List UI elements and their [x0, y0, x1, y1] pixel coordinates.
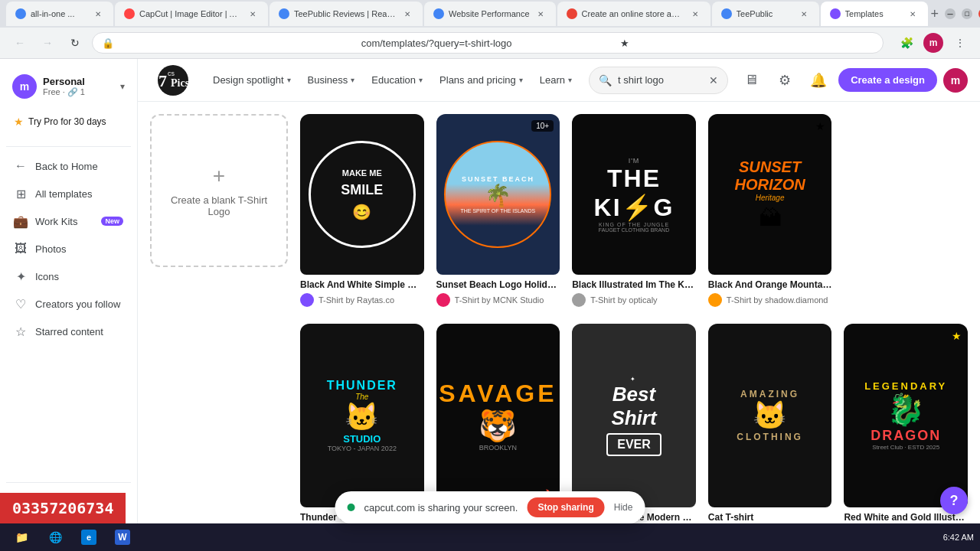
search-bar[interactable]: 🔍 t shirt logo ✕	[589, 67, 728, 94]
sidebar-item-back-home[interactable]: ← Back to Home	[6, 153, 131, 179]
monitor-icon-button[interactable]: 🖥	[737, 67, 765, 94]
try-pro-label: Try Pro for 30 days	[28, 116, 106, 127]
taskbar-item-word[interactable]: W	[107, 527, 138, 548]
sidebar-item-all-templates[interactable]: ⊞ All templates	[6, 181, 131, 207]
search-icon: 🔍	[599, 74, 612, 86]
browser-tab-2[interactable]: CapCut | Image Editor | All... ✕	[115, 2, 268, 26]
templates-icon: ⊞	[14, 187, 28, 201]
card-title: Sunset Beach Logo Holiday T-Shirt	[436, 279, 560, 290]
browser-tab-7[interactable]: Templates ✕	[821, 2, 928, 26]
plus-icon: +	[213, 164, 225, 188]
nav-link-learn[interactable]: Learn ▾	[532, 70, 580, 90]
divider	[6, 482, 131, 483]
card-info: Black And White Simple Make Me S... T-Sh…	[300, 275, 424, 311]
taskbar-item-file-explorer[interactable]: 📁	[6, 527, 37, 548]
tab-close-icon[interactable]: ✕	[401, 8, 413, 20]
sidebar-item-photos[interactable]: 🖼 Photos	[6, 236, 131, 262]
nav-link-label: Plans and pricing	[439, 74, 516, 86]
template-card-im-the-king[interactable]: I'M THE KI⚡G KING OF THE JUNGLE FAUGET C…	[572, 114, 696, 311]
lock-icon: 🔒	[102, 37, 355, 49]
taskbar-item-edge[interactable]: e	[74, 527, 104, 548]
sidebar-item-label: Photos	[35, 243, 123, 255]
clear-search-icon[interactable]: ✕	[709, 74, 718, 86]
card-info: Black And Orange Mountain Illustrat... T…	[708, 275, 832, 311]
browser-tab-3[interactable]: TeePublic Reviews | Read Cust... ✕	[270, 2, 423, 26]
template-card-black-white-smile[interactable]: MAKE ME SMILE 😊 Black And White Simple M…	[300, 114, 424, 311]
template-card-cat-tshirt[interactable]: AMAZING 🐱 CLOTHING Cat T-shirt T-Shirt b…	[708, 324, 832, 544]
template-card-sunset-beach[interactable]: SUNSET BEACH 🌴 THE SPIRIT OF THE ISLANDS…	[436, 114, 560, 311]
creator-avatar	[708, 293, 722, 307]
chevron-down-icon: ▾	[120, 81, 125, 92]
tab-close-icon[interactable]: ✕	[689, 8, 701, 20]
create-blank-label: Create a blank T-Shirt Logo	[152, 194, 286, 217]
nav-link-design-spotlight[interactable]: Design spotlight ▾	[205, 70, 299, 90]
card-title: Black And Orange Mountain Illustrat...	[708, 279, 832, 290]
card-info: Black Illustrated Im The King T-shirt T-…	[572, 275, 696, 311]
browser-tab-1[interactable]: all-in-one ... ✕	[6, 2, 113, 26]
chevron-down-icon: ▾	[351, 76, 354, 84]
tab-bar: all-in-one ... ✕ CapCut | Image Editor |…	[0, 0, 980, 28]
forward-button[interactable]: →	[37, 32, 58, 54]
new-badge: New	[101, 217, 123, 226]
card-title: Black Illustrated Im The King T-shirt	[572, 279, 696, 290]
svg-text:cs: cs	[168, 70, 175, 77]
maximize-button[interactable]: □	[962, 8, 972, 19]
taskbar-item-chrome[interactable]: 🌐	[40, 527, 70, 548]
nav-link-business[interactable]: Business ▾	[300, 70, 363, 90]
settings-button[interactable]: ⋮	[949, 32, 971, 54]
browser-chrome: all-in-one ... ✕ CapCut | Image Editor |…	[0, 0, 980, 59]
taskbar: 📁 🌐 e W 6:42 AM	[0, 523, 980, 551]
extensions-button[interactable]: 🧩	[896, 32, 917, 54]
create-blank-card[interactable]: + Create a blank T-Shirt Logo	[150, 114, 288, 267]
word-icon: W	[115, 530, 130, 545]
user-avatar[interactable]: m	[943, 68, 968, 93]
chevron-down-icon: ▾	[519, 76, 523, 84]
sidebar-item-label: Back to Home	[35, 161, 123, 172]
sidebar-item-starred[interactable]: ☆ Starred content	[6, 318, 131, 344]
sidebar-item-label: All templates	[35, 188, 123, 200]
profile-button[interactable]: m	[923, 33, 943, 53]
creator-avatar	[572, 293, 586, 307]
taskbar-time: 6:42 AM	[943, 533, 974, 542]
try-pro-button[interactable]: ★ Try Pro for 30 days	[6, 109, 131, 134]
screen-share-message: capcut.com is sharing your screen.	[364, 502, 518, 514]
help-button[interactable]: ?	[940, 487, 968, 514]
browser-tab-5[interactable]: Create an online store and sel... ✕	[557, 2, 710, 26]
create-design-button[interactable]: Create a design	[838, 68, 937, 92]
nav-link-education[interactable]: Education ▾	[364, 70, 430, 90]
tab-close-icon[interactable]: ✕	[906, 8, 919, 20]
sidebar-profile[interactable]: m Personal Free · 🔗 1 ▾	[6, 68, 131, 105]
sidebar-item-icons[interactable]: ✦ Icons	[6, 263, 131, 289]
icons-icon: ✦	[14, 269, 28, 283]
back-button[interactable]: ←	[9, 32, 31, 54]
file-explorer-icon: 📁	[14, 530, 29, 545]
nav-link-label: Learn	[540, 74, 565, 86]
pro-badge: 10+	[531, 120, 554, 132]
browser-tab-4[interactable]: Website Performance ✕	[424, 2, 556, 26]
clear-icon[interactable]: ★	[620, 37, 874, 49]
minimize-button[interactable]: ─	[945, 8, 956, 19]
stop-sharing-button[interactable]: Stop sharing	[527, 497, 604, 517]
address-bar[interactable]: 🔒 com/templates/?query=t-shirt-logo ★	[92, 32, 884, 54]
screen-share-banner: capcut.com is sharing your screen. Stop …	[335, 491, 645, 523]
template-card-sunset-horizon[interactable]: SUNSET HORIZON Heritage 🏔 ★ Black And Or…	[708, 114, 832, 311]
hide-button[interactable]: Hide	[614, 502, 633, 513]
photos-icon: 🖼	[14, 242, 28, 256]
bell-icon-button[interactable]: 🔔	[805, 67, 832, 94]
sidebar-item-creators[interactable]: ♡ Creators you follow	[6, 291, 131, 317]
new-tab-button[interactable]: +	[931, 3, 939, 24]
sidebar-item-label: Icons	[35, 271, 123, 282]
browser-tab-6[interactable]: TeePublic ✕	[712, 2, 819, 26]
tab-close-icon[interactable]: ✕	[92, 8, 104, 20]
tab-close-icon[interactable]: ✕	[534, 8, 547, 20]
reload-button[interactable]: ↻	[64, 32, 86, 54]
card-info: Sunset Beach Logo Holiday T-Shirt T-Shir…	[436, 275, 560, 311]
screen-share-dot	[348, 504, 355, 511]
tab-close-icon[interactable]: ✕	[798, 8, 810, 20]
sidebar-item-work-kits[interactable]: 💼 Work Kits New	[6, 208, 131, 234]
nav-link-plans[interactable]: Plans and pricing ▾	[432, 70, 531, 90]
chevron-down-icon: ▾	[419, 76, 423, 84]
settings-icon-button[interactable]: ⚙	[771, 67, 799, 94]
tab-close-icon[interactable]: ✕	[247, 8, 259, 20]
card-title: Cat T-shirt	[708, 512, 832, 523]
